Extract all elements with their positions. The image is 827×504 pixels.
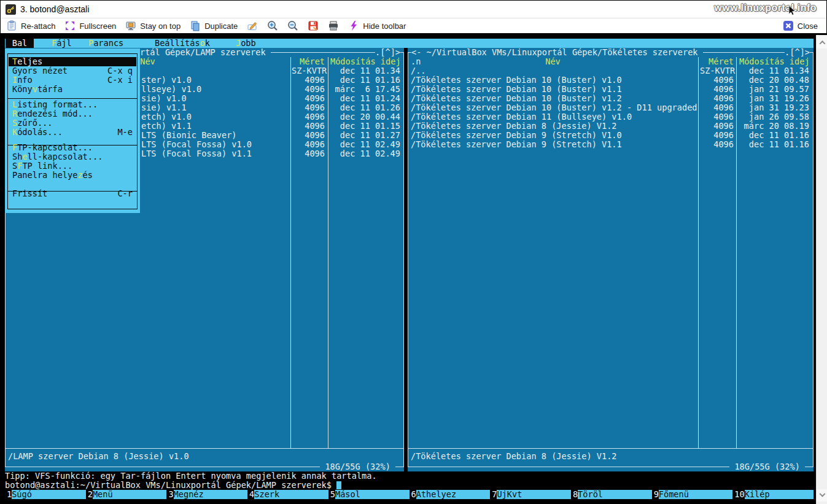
toolbar-button-zoom-in[interactable] [267,20,278,31]
fkey-másol[interactable]: 5Másol [328,490,410,499]
fkey-áthelyez[interactable]: 6Áthelyez [410,490,491,499]
menu-item-panelra-helyez-s[interactable]: Panelra helyezés [9,171,136,180]
file-row[interactable]: /Tökéletes szerver Debian 8 (Jessie) V1.… [408,122,813,131]
menu-item-gyors-n-zet[interactable]: Gyors nézetC-x q [9,66,136,76]
file-size: 4096 [292,76,325,85]
file-row[interactable]: /Tökéletes szerver Debian 9 (Stretch) V1… [408,140,813,149]
fkey-menü[interactable]: 2Menü [86,490,167,499]
menubar-item-fjl[interactable]: Fájl [52,39,72,48]
column-header-name[interactable]: Név [408,57,698,66]
file-mtime: dec 11 01.24 [330,94,400,103]
menu-item-sftp-link-[interactable]: SFTP link... [9,161,136,171]
command-line[interactable]: botond@asztali:~/VirtualBox VMs/Linuxpor… [5,481,341,490]
file-name: etch) v1.0 [141,112,192,122]
file-row[interactable]: /Tökéletes szerver Debian 10 (Buster) v1… [408,85,813,94]
file-name: llseye) v1.0 [141,85,201,94]
file-name: ster) v1.0 [141,76,192,85]
window-title: 3. botond@asztali [20,4,89,14]
hotkey-letter: R [12,109,17,118]
hotkey-letter: K [12,127,17,137]
shell-prompt: botond@asztali:~/VirtualBox VMs/Linuxpor… [5,480,332,490]
fkey-megnéz[interactable]: 3Megnéz [166,490,247,499]
file-row[interactable]: /Tökéletes szerver Debian 11 (Bullseye) … [408,112,813,122]
hotkey-letter: v [33,84,37,94]
menu-item-listing-format-[interactable]: Listing format... [9,100,136,109]
toolbar-button-fullscreen[interactable]: Fullscreen [64,20,116,31]
column-header-size[interactable]: Méret [700,57,734,66]
fkey-töröl[interactable]: 8Töröl [571,490,652,499]
close-button[interactable]: Close [783,18,818,33]
panel-history-buttons[interactable]: .[^]> [785,48,810,57]
column-header-mtime[interactable]: Módosítás idej [330,57,400,66]
file-name: /.. [411,66,426,76]
toolbar-button-zoom-out[interactable] [287,20,298,31]
file-row[interactable]: /Tökéletes szerver Debian 10 (Buster) v1… [408,103,813,112]
menu-item-friss-t[interactable]: FrissítC-r [9,189,136,198]
mini-status: /Tökéletes szerver Debian 8 (Jessie) V1.… [411,452,617,461]
toolbar-button-reattach[interactable]: Re-attach [6,20,55,31]
file-mtime: dec 11 02.49 [330,140,400,149]
file-row[interactable]: /Tökéletes szerver Debian 9 (Stretch) V1… [408,131,813,140]
fkey-label: Szerk [254,490,328,499]
file-size: 4096 [700,122,734,131]
fkey-súgó[interactable]: 1Súgó [5,490,86,499]
scroll-down-icon[interactable] [817,489,827,502]
toolbar-button-save[interactable] [308,20,319,31]
menu-item-teljes[interactable]: Teljes [9,57,136,66]
menu-item-info[interactable]: InfoC-x i [9,76,136,85]
menu-item-rendez-si-m-d-[interactable]: Rendezési mód... [9,109,136,118]
menu-item-shortcut: C-r [117,189,133,198]
menubar-item-bal[interactable]: Bal [6,39,34,48]
fkey-label: Áthelyez [416,490,491,499]
edit-pencil-icon [247,20,258,31]
fkey-label: Menü [93,490,167,499]
close-icon [783,20,794,31]
fkey-újkvt[interactable]: 7ÚjKvt [490,490,571,499]
file-size: 4096 [292,94,325,103]
file-row[interactable]: /..SZ-KVTRdec 11 01.34 [408,66,813,76]
file-name: /Tökéletes szerver Debian 10 (Buster) v1… [411,94,622,103]
function-key-bar: 1Súgó2Menü3Megnéz4Szerk5Másol6Áthelyez7Ú… [5,490,813,499]
fkey-label: Kilép [745,490,813,499]
file-name: /Tökéletes szerver Debian 11 (Bullseye) … [411,112,632,122]
file-mtime: jan 31 19.23 [739,103,809,112]
menu-item-k-dol-s-[interactable]: Kódolás...M-e [9,128,136,137]
scrollbar[interactable] [816,35,827,504]
menu-item-sz-r-[interactable]: Szűrő... [9,118,136,128]
mini-status-separator [6,448,403,449]
fkey-label: Másol [335,490,410,499]
file-mtime: dec 11 01.15 [330,122,400,131]
fkey-label: ÚjKvt [497,490,571,499]
file-mtime: dec 11 02.49 [330,149,400,158]
menu-item-k-nyvt-rfa[interactable]: Könyvtárfa [9,85,136,94]
file-mtime: márc 20 08.19 [739,122,809,131]
file-row[interactable]: /Tökéletes szerver Debian 10 (Buster) v1… [408,76,813,85]
menubar-item-jobb[interactable]: Jobb [236,39,256,48]
column-header-mtime[interactable]: Módosítás idej [739,57,809,66]
toolbar-button-edit[interactable] [247,20,258,31]
toolbar-button-duplicate[interactable]: Duplicate [190,20,238,31]
fkey-főmenü[interactable]: 9Főmenü [652,490,733,499]
fkey-szerk[interactable]: 4Szerk [247,490,328,499]
file-mtime: dec 11 01.34 [739,66,809,76]
toolbar-button-label: Stay on top [140,21,181,31]
menu-item-shell-kapcsolat-[interactable]: Shell-kapcsolat... [9,152,136,161]
right-panel: <- ~/VirtualBox VMs/Linuxportál Gépek/Tö… [408,48,813,471]
toolbar-button-hide-toolbar[interactable]: Hide toolbar [348,20,406,31]
toolbar-button-print[interactable] [328,20,339,31]
toolbar-button-stay-on-top[interactable]: Stay on top [125,20,181,31]
file-name: LTS (Focal Fossa) v1.0 [141,140,252,149]
fkey-kilép[interactable]: 10Kilép [732,490,813,499]
scroll-up-icon[interactable] [817,36,827,48]
panel-title[interactable]: <- ~/VirtualBox VMs/Linuxportál Gépek/Tö… [411,48,703,57]
panel-history-buttons[interactable]: .[^]> [375,48,400,57]
file-mtime: dec 11 01.16 [739,131,809,140]
panel-title[interactable]: rtál Gépek/LAMP szerverek [140,48,271,57]
toolbar-button-label: Fullscreen [79,21,116,31]
menubar-item-parancs[interactable]: Parancs [88,39,123,48]
menubar-item-belltsok[interactable]: Beállítások [155,39,210,48]
menu-item-ftp-kapcsolat-[interactable]: FTP-kapcsolat... [9,143,136,152]
column-header-size[interactable]: Méret [292,57,325,66]
save-floppy-icon [308,20,319,31]
file-row[interactable]: /Tökéletes szerver Debian 10 (Buster) v1… [408,94,813,103]
